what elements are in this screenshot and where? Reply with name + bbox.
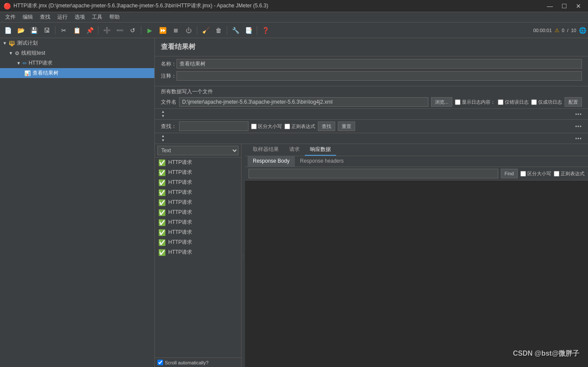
- comment-input[interactable]: [176, 71, 582, 81]
- case-sensitive-label: 区分大小写: [251, 123, 282, 130]
- function-helper-button[interactable]: 🔧: [229, 24, 242, 36]
- list-more-btn[interactable]: •••: [575, 134, 582, 142]
- scroll-auto-checkbox[interactable]: [157, 360, 163, 365]
- list-item-2[interactable]: ✅ HTTP请求: [155, 167, 241, 177]
- list-prev-arrow[interactable]: ▲: [161, 134, 165, 138]
- case-sensitive-checkbox[interactable]: [251, 124, 257, 129]
- log-content-checkbox[interactable]: [455, 99, 461, 105]
- separator-6: [257, 26, 257, 35]
- separator-5: [227, 26, 227, 35]
- scroll-check: Scroll automatically?: [155, 357, 241, 367]
- success-icon-7: ✅: [158, 219, 166, 226]
- list-item-6[interactable]: ✅ HTTP请求: [155, 207, 241, 217]
- name-label: 名称：: [161, 60, 176, 68]
- window-controls: — ☐ ✕: [543, 2, 585, 10]
- cut-button[interactable]: ✂: [58, 24, 70, 36]
- success-icon-4: ✅: [158, 189, 166, 196]
- reset-button[interactable]: ↺: [127, 24, 139, 36]
- name-input[interactable]: [176, 59, 582, 69]
- find-case-label: 区分大小写: [520, 170, 551, 177]
- more-options-btn[interactable]: •••: [575, 110, 582, 118]
- sidebar-item-resulttree[interactable]: 📊 查看结果树: [0, 68, 154, 78]
- search-label: 查找：: [161, 123, 176, 130]
- list-item-4[interactable]: ✅ HTTP请求: [155, 187, 241, 197]
- close-button[interactable]: ✕: [572, 2, 585, 10]
- paste-button[interactable]: 📌: [84, 24, 96, 36]
- list-item-5[interactable]: ✅ HTTP请求: [155, 197, 241, 207]
- help-button[interactable]: ❓: [259, 24, 271, 36]
- find-regex-checkbox[interactable]: [554, 171, 559, 177]
- start-button[interactable]: ▶: [144, 24, 156, 36]
- list-item-9[interactable]: ✅ HTTP请求: [155, 237, 241, 247]
- next-arrow[interactable]: ▼: [161, 114, 165, 118]
- success-icon-8: ✅: [158, 229, 166, 236]
- list-item-7[interactable]: ✅ HTTP请求: [155, 217, 241, 227]
- menu-tools[interactable]: 工具: [88, 13, 106, 22]
- start-no-pause-button[interactable]: ⏩: [157, 24, 169, 36]
- regex-checkbox[interactable]: [284, 124, 290, 129]
- maximize-button[interactable]: ☐: [558, 2, 571, 10]
- panel-title: 查看结果树: [155, 38, 588, 56]
- menu-run[interactable]: 运行: [54, 13, 71, 22]
- detail-tabs: Response Body Response headers: [245, 156, 588, 167]
- drag-handle[interactable]: ⋮: [242, 144, 245, 367]
- search-button[interactable]: 查找: [318, 121, 335, 131]
- clear-all-button[interactable]: 🗑: [212, 24, 225, 36]
- error-only-checkbox[interactable]: [498, 99, 503, 105]
- shutdown-button[interactable]: ⏻: [183, 24, 195, 36]
- success-only-checkbox[interactable]: [531, 99, 537, 105]
- template-button[interactable]: 📑: [242, 24, 255, 36]
- http-icon: ✏: [23, 60, 27, 66]
- clear-button[interactable]: 🧹: [199, 24, 212, 36]
- save-button[interactable]: 💾: [28, 24, 40, 36]
- list-item-3[interactable]: ✅ HTTP请求: [155, 177, 241, 187]
- list-next-arrow[interactable]: ▼: [161, 138, 165, 143]
- save-as-button[interactable]: 🖫: [41, 24, 53, 36]
- prev-arrow[interactable]: ▲: [161, 110, 165, 114]
- sidebar-item-http[interactable]: ▼ ✏ HTTP请求: [0, 58, 154, 68]
- search-input[interactable]: [179, 121, 248, 131]
- tab-sampler[interactable]: 取样器结果: [248, 144, 284, 156]
- detail-tab-headers[interactable]: Response headers: [295, 156, 349, 167]
- menu-find[interactable]: 查找: [36, 13, 54, 22]
- find-input[interactable]: [248, 169, 498, 178]
- reset-button[interactable]: 重置: [338, 121, 355, 131]
- browse-button[interactable]: 浏览...: [431, 97, 452, 107]
- sidebar-item-testplan[interactable]: ▼ 🔱 测试计划: [0, 38, 154, 48]
- add-button[interactable]: ➕: [101, 24, 113, 36]
- find-case-checkbox[interactable]: [520, 171, 526, 177]
- content-area: 查看结果树 名称： 注释： 所有数据写入一个文件 文件名 浏览... 显示日志内…: [155, 38, 588, 367]
- config-button[interactable]: 配置: [565, 97, 582, 107]
- search-more-btn[interactable]: •••: [575, 122, 582, 130]
- tab-request[interactable]: 请求: [284, 144, 305, 156]
- menu-edit[interactable]: 编辑: [19, 13, 36, 22]
- open-button[interactable]: 📂: [15, 24, 27, 36]
- find-bar: Find 区分大小写 正则表达式: [245, 167, 588, 180]
- file-input[interactable]: [179, 97, 428, 107]
- total-count: 10: [571, 28, 576, 33]
- tab-response[interactable]: 响应数据: [305, 144, 336, 156]
- list-toolbar: Text HTML JSON XML Regexp Tester: [155, 144, 241, 157]
- format-dropdown[interactable]: Text HTML JSON XML Regexp Tester: [157, 146, 238, 155]
- http-label: HTTP请求: [29, 59, 52, 67]
- list-item-10[interactable]: ✅ HTTP请求: [155, 247, 241, 257]
- success-icon-9: ✅: [158, 239, 166, 246]
- sidebar-item-threadgroup[interactable]: ▼ ⚙ 线程组test: [0, 48, 154, 58]
- menu-help[interactable]: 帮助: [106, 13, 123, 22]
- menu-options[interactable]: 选项: [71, 13, 88, 22]
- expand-arrow-http: ▼: [16, 61, 21, 66]
- form-area: 名称： 注释：: [155, 56, 588, 86]
- copy-button[interactable]: 📋: [71, 24, 83, 36]
- more-dots-icon: •••: [575, 111, 582, 118]
- list-item[interactable]: ✅ HTTP请求: [155, 157, 241, 167]
- detail-tab-body[interactable]: Response Body: [248, 156, 295, 167]
- menu-file[interactable]: 文件: [2, 13, 19, 22]
- find-button[interactable]: Find: [501, 169, 518, 178]
- new-button[interactable]: 📄: [2, 24, 14, 36]
- minimize-button[interactable]: —: [543, 2, 556, 10]
- list-item-8[interactable]: ✅ HTTP请求: [155, 227, 241, 237]
- regex-label: 正则表达式: [284, 123, 315, 130]
- remove-button[interactable]: ➖: [114, 24, 126, 36]
- stop-button[interactable]: ⏹: [170, 24, 182, 36]
- list-more-dots: •••: [575, 136, 582, 142]
